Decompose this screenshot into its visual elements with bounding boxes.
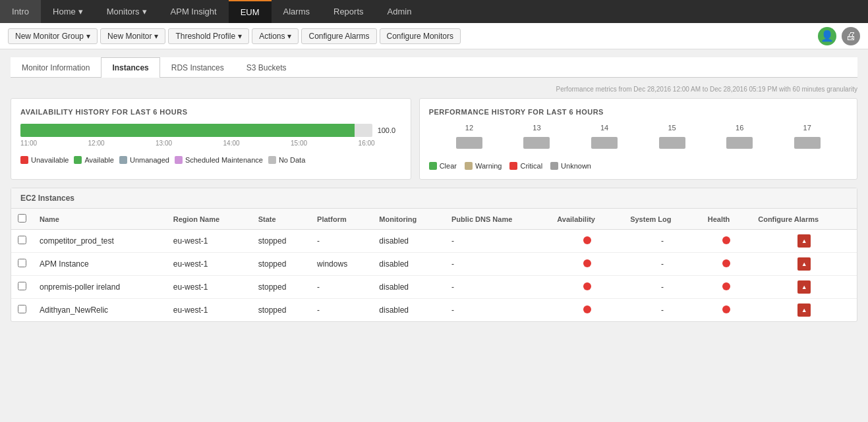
configure-alarms-icon[interactable]: ▲ — [797, 303, 811, 317]
tab-instances[interactable]: Instances — [101, 57, 159, 78]
legend-scheduled-maintenance: Scheduled Maintenance — [175, 156, 263, 164]
nav-intro[interactable]: Intro — [0, 0, 41, 23]
charts-row: AVAILABILITY HISTORY FOR LAST 6 HOURS 10… — [11, 98, 857, 180]
legend-warning: Warning — [465, 162, 502, 170]
top-navigation: Intro Home ▾ Monitors ▾ APM Insight EUM … — [0, 0, 868, 23]
row-region: eu-west-1 — [167, 299, 252, 322]
th-state: State — [252, 209, 310, 230]
row-checkbox[interactable] — [18, 236, 26, 244]
tab-bar: Monitor Information Instances RDS Instan… — [11, 57, 857, 78]
row-name: APM Instance — [33, 253, 167, 276]
new-monitor-button[interactable]: New Monitor ▾ — [100, 28, 165, 44]
row-name: onpremis-poller ireland — [33, 276, 167, 299]
availability-chart-title: AVAILABILITY HISTORY FOR LAST 6 HOURS — [20, 108, 401, 116]
print-icon[interactable]: 🖨 — [842, 27, 860, 45]
health-red-dot — [722, 305, 730, 313]
row-availability — [550, 230, 623, 253]
legend-unknown: Unknown — [550, 162, 591, 170]
th-region-name: Region Name — [167, 209, 252, 230]
select-all-checkbox[interactable] — [18, 214, 26, 223]
legend-critical: Critical — [509, 162, 542, 170]
performance-chart-title: PERFORMANCE HISTORY FOR LAST 6 HOURS — [429, 108, 848, 116]
availability-history-panel: AVAILABILITY HISTORY FOR LAST 6 HOURS 10… — [11, 98, 411, 180]
table-row: onpremis-poller ireland eu-west-1 stoppe… — [11, 276, 857, 299]
row-state: stopped — [252, 276, 310, 299]
performance-icons-row — [429, 137, 848, 149]
configure-alarms-icon[interactable]: ▲ — [797, 280, 811, 294]
row-configure-alarms: ▲ — [751, 299, 857, 322]
performance-chart-area: 12 13 14 15 16 17 — [429, 124, 848, 170]
main-content: Monitor Information Instances RDS Instan… — [0, 49, 868, 330]
availability-x-axis: 11:00 12:00 13:00 14:00 15:00 16:00 — [20, 140, 401, 147]
row-configure-alarms: ▲ — [751, 276, 857, 299]
configure-monitors-button[interactable]: Configure Monitors — [380, 28, 461, 44]
performance-hours-row: 12 13 14 15 16 17 — [429, 124, 848, 132]
toolbar: New Monitor Group ▾ New Monitor ▾ Thresh… — [0, 23, 868, 49]
availability-red-dot — [583, 305, 591, 313]
row-monitoring: disabled — [372, 253, 445, 276]
row-syslog: - — [623, 299, 701, 322]
tab-s3-buckets[interactable]: S3 Buckets — [235, 57, 298, 78]
row-platform: - — [310, 276, 372, 299]
new-monitor-group-button[interactable]: New Monitor Group ▾ — [8, 28, 98, 44]
user-avatar-icon[interactable]: 👤 — [818, 27, 836, 45]
th-name: Name — [33, 209, 167, 230]
ec2-instances-panel: EC2 Instances Name Region Name State Pla… — [11, 188, 857, 322]
row-dns: - — [445, 299, 550, 322]
configure-alarms-icon[interactable]: ▲ — [797, 234, 811, 248]
nav-alarms[interactable]: Alarms — [272, 0, 322, 23]
health-red-dot — [722, 236, 730, 244]
table-row: APM Instance eu-west-1 stopped windows d… — [11, 253, 857, 276]
th-system-log: System Log — [623, 209, 701, 230]
row-state: stopped — [252, 230, 310, 253]
legend-available: Available — [74, 156, 113, 164]
availability-bar-track — [20, 124, 372, 137]
row-region: eu-west-1 — [167, 253, 252, 276]
legend-unmanaged: Unmanaged — [119, 156, 169, 164]
row-health — [701, 253, 752, 276]
row-availability — [550, 253, 623, 276]
row-configure-alarms: ▲ — [751, 230, 857, 253]
row-checkbox[interactable] — [18, 305, 26, 313]
threshold-profile-button[interactable]: Threshold Profile ▾ — [168, 28, 249, 44]
row-availability — [550, 276, 623, 299]
row-syslog: - — [623, 253, 701, 276]
performance-legend: Clear Warning Critical Unknown — [429, 162, 848, 170]
availability-value: 100.0 — [378, 126, 401, 134]
th-configure-alarms: Configure Alarms — [751, 209, 857, 230]
ec2-table-header: EC2 Instances — [11, 188, 857, 209]
tab-rds-instances[interactable]: RDS Instances — [160, 57, 235, 78]
row-platform: - — [310, 299, 372, 322]
legend-clear: Clear — [429, 162, 457, 170]
row-platform: windows — [310, 253, 372, 276]
th-availability: Availability — [550, 209, 623, 230]
row-name: competitor_prod_test — [33, 230, 167, 253]
nav-monitors[interactable]: Monitors ▾ — [95, 0, 159, 23]
th-monitoring: Monitoring — [372, 209, 445, 230]
row-dns: - — [445, 230, 550, 253]
availability-red-dot — [583, 236, 591, 244]
legend-unavailable: Unavailable — [20, 156, 69, 164]
ec2-table: Name Region Name State Platform Monitori… — [11, 209, 857, 321]
actions-button[interactable]: Actions ▾ — [252, 28, 299, 44]
availability-bar-fill — [20, 124, 355, 137]
availability-bar-container: 100.0 11:00 12:00 13:00 14:00 15:00 16:0… — [20, 124, 401, 147]
tab-monitor-information[interactable]: Monitor Information — [11, 57, 101, 78]
row-configure-alarms: ▲ — [751, 253, 857, 276]
nav-reports[interactable]: Reports — [322, 0, 376, 23]
row-name: Adithyan_NewRelic — [33, 299, 167, 322]
legend-no-data: No Data — [268, 156, 305, 164]
availability-red-dot — [583, 282, 591, 290]
row-checkbox-cell — [11, 299, 33, 322]
nav-home[interactable]: Home ▾ — [41, 0, 95, 23]
configure-alarms-button[interactable]: Configure Alarms — [301, 28, 376, 44]
configure-alarms-icon[interactable]: ▲ — [797, 257, 811, 271]
nav-eum[interactable]: EUM — [229, 0, 272, 23]
row-checkbox[interactable] — [18, 282, 26, 290]
row-checkbox[interactable] — [18, 259, 26, 267]
row-syslog: - — [623, 276, 701, 299]
nav-apm-insight[interactable]: APM Insight — [159, 0, 229, 23]
row-health — [701, 299, 752, 322]
row-checkbox-cell — [11, 253, 33, 276]
nav-admin[interactable]: Admin — [376, 0, 424, 23]
